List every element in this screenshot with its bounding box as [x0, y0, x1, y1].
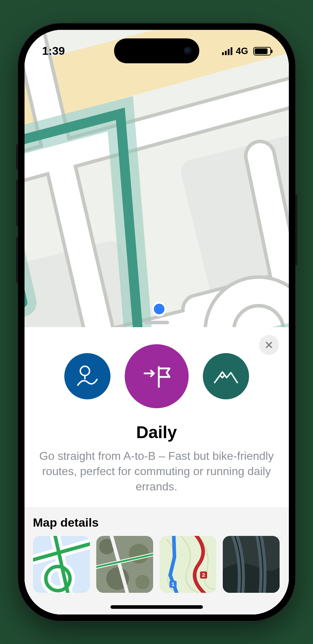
leisure-icon [74, 363, 101, 389]
signal-icon [222, 47, 232, 55]
svg-text:1: 1 [171, 581, 174, 587]
map-details-heading: Map details [33, 516, 280, 529]
mode-daily[interactable] [125, 344, 189, 408]
mode-selector [25, 344, 289, 408]
status-time: 1:39 [42, 44, 65, 58]
screen: 1:39 4G [25, 30, 289, 614]
panel-title: Daily [25, 422, 289, 442]
sheet-handle[interactable] [144, 321, 169, 324]
detail-card-night[interactable] [223, 536, 280, 593]
map-details-section: Map details [25, 507, 289, 614]
home-indicator[interactable] [110, 605, 203, 609]
mode-leisure[interactable] [64, 353, 110, 399]
close-icon [265, 341, 273, 349]
detail-card-cycle-network[interactable] [33, 536, 90, 593]
daily-icon [139, 358, 174, 394]
svg-point-18 [80, 366, 90, 376]
side-button [295, 194, 297, 265]
battery-icon [253, 47, 271, 55]
close-button[interactable] [259, 335, 279, 355]
svg-text:2: 2 [202, 572, 205, 578]
location-dot [154, 304, 164, 314]
mode-mtb[interactable] [203, 353, 249, 399]
detail-card-satellite[interactable] [96, 536, 153, 593]
panel-description: Go straight from A-to-B – Fast but bike-… [25, 442, 289, 495]
bottom-sheet: Daily Go straight from A-to-B – Fast but… [25, 327, 289, 614]
detail-card-trails[interactable]: 1 2 [160, 536, 216, 593]
map-details-row: 1 2 [33, 536, 280, 593]
svg-point-29 [135, 575, 150, 589]
dynamic-island [114, 38, 199, 63]
status-indicators: 4G [222, 46, 271, 57]
phone-frame: 1:39 4G [18, 23, 295, 621]
mountain-icon [212, 366, 240, 387]
network-label: 4G [236, 46, 248, 57]
